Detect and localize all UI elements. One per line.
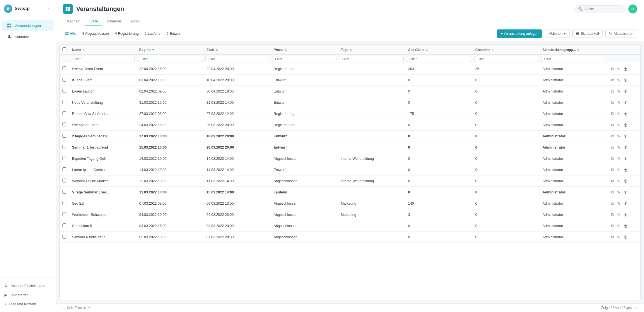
col-header-alle-gaeste[interactable]: Alle Gäste⇅ [405,45,473,55]
row-delete-button[interactable]: 🗑 [623,66,629,72]
filter-checkins-input[interactable] [474,56,538,62]
row-checkbox-cell[interactable] [60,209,69,220]
row-copy-button[interactable]: ⧉ [610,156,615,161]
row-edit-button[interactable]: ✎ [616,223,622,229]
tab-archiv[interactable]: Archiv [126,17,145,26]
row-edit-button[interactable]: ✎ [616,189,622,195]
row-checkbox-cell[interactable] [60,97,69,108]
row-checkbox[interactable] [62,201,66,205]
row-delete-button[interactable]: 🗑 [623,145,629,150]
row-delete-button[interactable]: 🗑 [623,223,629,229]
col-header-sichtbarkeit[interactable]: Sichtbarkeitsgrupp...⇅ [540,45,607,55]
row-checkbox-cell[interactable] [60,232,69,243]
tab-liste[interactable]: Liste [85,17,102,26]
row-edit-button[interactable]: ✎ [616,167,622,173]
sidebar-item-veranstaltungen[interactable]: Veranstaltungen [2,20,54,31]
row-copy-button[interactable]: ⧉ [610,133,615,139]
filter-all[interactable]: 23 Alle [63,31,78,36]
row-checkbox-cell[interactable] [60,108,69,119]
sidebar-tour[interactable]: ▶ Tour starten [2,290,54,300]
row-edit-button[interactable]: ✎ [616,77,622,83]
row-checkbox-cell[interactable] [60,75,69,86]
row-edit-button[interactable]: ✎ [616,201,622,206]
filter-gaeste-input[interactable] [407,56,471,62]
actions-button[interactable]: Aktionen ▾ [545,29,569,38]
row-copy-button[interactable]: ⧉ [610,111,615,117]
sichtbarkeit-button[interactable]: ☰ Sichtbarkeit [572,29,603,38]
row-copy-button[interactable]: ⧉ [610,100,615,105]
col-header-phase[interactable]: Phase⇅ [271,45,338,55]
row-checkbox[interactable] [62,190,66,194]
row-copy-button[interactable]: ⧉ [610,66,615,72]
row-delete-button[interactable]: 🗑 [623,201,629,206]
col-header-beginn[interactable]: Beginn▼ [136,45,204,55]
row-checkbox[interactable] [62,111,66,115]
col-header-ende[interactable]: Ende⇅ [204,45,271,55]
filter-registrierung[interactable]: 4 Registrierung [113,31,141,36]
row-delete-button[interactable]: 🗑 [623,178,629,184]
row-edit-button[interactable]: ✎ [616,66,622,72]
select-all-header[interactable] [60,45,69,55]
sidebar-collapse-button[interactable]: ← [47,6,52,11]
row-copy-button[interactable]: ⧉ [610,144,615,150]
row-edit-button[interactable]: ✎ [616,145,622,150]
row-checkbox-cell[interactable] [60,198,69,209]
row-delete-button[interactable]: 🗑 [623,212,629,218]
row-delete-button[interactable]: 🗑 [623,189,629,195]
row-delete-button[interactable]: 🗑 [623,100,629,105]
row-checkbox[interactable] [62,78,66,82]
row-checkbox[interactable] [62,212,66,216]
filter-phase-input[interactable] [273,56,336,62]
row-edit-button[interactable]: ✎ [616,212,622,218]
row-checkbox-cell[interactable] [60,119,69,131]
row-checkbox[interactable] [62,145,66,149]
row-delete-button[interactable]: 🗑 [623,89,629,94]
row-edit-button[interactable]: ✎ [616,234,622,240]
row-copy-button[interactable]: ⧉ [610,200,615,206]
filter-name-input[interactable] [71,56,135,62]
filter-abgeschlossen[interactable]: 9 Abgeschlossen [80,31,111,36]
filter-beginn-input[interactable] [138,56,202,62]
filter-entwurf[interactable]: 9 Entwurf [164,31,184,36]
search-box[interactable]: 🔍 [575,5,625,13]
tab-kacheln[interactable]: Kacheln [63,17,85,26]
row-checkbox-cell[interactable] [60,164,69,175]
row-checkbox[interactable] [62,235,66,239]
row-delete-button[interactable]: 🗑 [623,167,629,173]
row-copy-button[interactable]: ⧉ [610,234,615,240]
row-copy-button[interactable]: ⧉ [610,77,615,83]
col-header-tags[interactable]: Tags⇅ [338,45,405,55]
row-checkbox[interactable] [62,179,66,182]
row-checkbox[interactable] [62,66,66,70]
row-edit-button[interactable]: ✎ [616,100,622,105]
row-checkbox-cell[interactable] [60,131,69,142]
sidebar-help[interactable]: ? Hilfe und Kontakt [2,300,54,309]
filter-tags-input[interactable] [340,56,404,62]
row-checkbox-cell[interactable] [60,86,69,97]
row-edit-button[interactable]: ✎ [616,156,622,161]
row-checkbox-cell[interactable] [60,187,69,198]
sidebar-account-settings[interactable]: ⚙ Account Einstellungen [2,281,54,290]
row-copy-button[interactable]: ⧉ [610,212,615,218]
aktualisieren-button[interactable]: ↻ Aktualisieren [605,29,637,38]
select-all-checkbox[interactable] [62,47,66,51]
row-delete-button[interactable]: 🗑 [623,122,629,128]
add-event-button[interactable]: + Veranstaltung anlegen [497,29,542,38]
row-edit-button[interactable]: ✎ [616,133,622,139]
row-checkbox-cell[interactable] [60,63,69,75]
col-header-checkins[interactable]: Checkins⇅ [473,45,540,55]
col-header-name[interactable]: Name⇅ [69,45,136,55]
row-edit-button[interactable]: ✎ [616,89,622,94]
row-delete-button[interactable]: 🗑 [623,77,629,83]
sidebar-item-kontakte[interactable]: Kontakte [2,31,54,42]
row-checkbox-cell[interactable] [60,220,69,232]
user-avatar[interactable]: G [628,4,637,13]
filter-ende-input[interactable] [205,56,269,62]
row-checkbox[interactable] [62,123,66,126]
row-copy-button[interactable]: ⧉ [610,189,615,195]
row-checkbox[interactable] [62,89,66,93]
row-edit-button[interactable]: ✎ [616,111,622,117]
row-delete-button[interactable]: 🗑 [623,234,629,240]
search-input[interactable] [584,7,621,11]
row-copy-button[interactable]: ⧉ [610,88,615,94]
